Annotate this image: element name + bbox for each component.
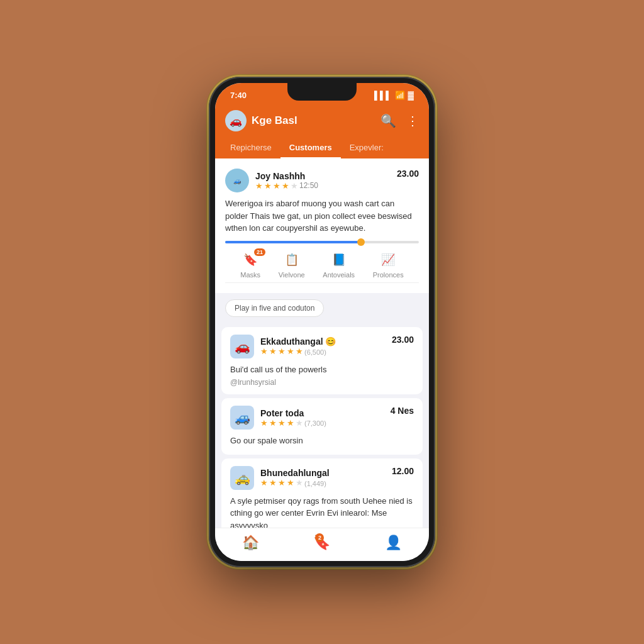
review-card-2: 🚙 Poter toda ★ ★ ★ ★ ★ (7,30 [221,398,423,455]
signal-icon: ▌▌▌ [374,91,392,100]
tab-bar: Repicherse Customers Expevler: [215,138,429,158]
notch [287,83,357,101]
reviewer-details: Joy Nashhh ★ ★ ★ ★ ★ 12:50 [255,171,318,191]
reviewer-1-avatar: 🚗 [230,335,254,358]
reviewer-1-subtitle: @lrunhsyrsial [230,378,414,387]
reviewer-2-info: 🚙 Poter toda ★ ★ ★ ★ ★ (7,30 [230,406,326,430]
star-3: ★ [273,181,280,191]
review-text: Wererigoa irs abarof muong you wash cart… [225,197,419,235]
masks-icon: 🔖 21 [242,251,259,269]
battery-icon: ▓ [408,91,414,100]
reviewer-name: Joy Nashhh [255,171,318,181]
wifi-icon: 📶 [395,91,405,100]
review-card-3: 🚕 Bhunedahlungal ★ ★ ★ ★ ★ ( [221,458,423,528]
profile-icon: 👤 [385,535,402,551]
bottom-nav: 🏠 🔖 2 👤 [215,528,429,561]
reviewer-3-info: 🚕 Bhunedahlungal ★ ★ ★ ★ ★ ( [230,466,330,490]
filter-button[interactable]: Play in five and coduton [225,299,324,317]
star-4: ★ [282,181,289,191]
sub-tab-vielvone[interactable]: 📋 Vielvone [279,251,305,279]
reviewer-2-meta: (7,300) [304,419,326,427]
progress-track [225,241,419,243]
vielvone-icon: 📋 [283,251,301,269]
avatar: 🚗 [225,110,247,131]
reviewer-3-avatar: 🚕 [230,466,254,490]
phone-screen: 7:40 ▌▌▌ 📶 ▓ 🚗 Kge Basl 🔍 ⋮ [215,83,429,561]
home-icon: 🏠 [242,535,259,551]
app-title: Kge Basl [252,114,297,127]
reviewer-1-details: Ekkaduthangal 😊 ★ ★ ★ ★ ★ (6,500) [260,336,336,356]
review-time: 12:50 [299,181,318,190]
progress-container [225,241,419,243]
header-left: 🚗 Kge Basl [225,110,297,131]
reviewer-1-meta: (6,500) [304,348,326,356]
tab-repicherse[interactable]: Repicherse [221,138,280,158]
featured-review-header: 🚙 Joy Nashhh ★ ★ ★ ★ ★ 12:50 [225,169,419,192]
reviewer-1-name: Ekkaduthangal 😊 [260,336,336,347]
tab-expevler[interactable]: Expevler: [341,138,392,158]
nav-home[interactable]: 🏠 [242,535,259,551]
reviewer-3-meta: (1,449) [304,480,326,487]
more-icon[interactable]: ⋮ [406,113,419,128]
masks-badge: 21 [254,248,265,256]
reviewer-2-text: Go our spale worsin [230,435,414,447]
sub-tab-bar: 🔖 21 Masks 📋 Vielvone 📘 Antoveials [225,243,419,283]
reviewer-1-info: 🚗 Ekkaduthangal 😊 ★ ★ ★ ★ ★ [230,335,336,358]
reviewer-2-avatar: 🚙 [230,406,254,430]
masks-label: Masks [240,271,260,279]
reviewer-avatar: 🚙 [225,169,249,192]
featured-review-card: 🚙 Joy Nashhh ★ ★ ★ ★ ★ 12:50 [215,158,429,293]
reviewer-info: 🚙 Joy Nashhh ★ ★ ★ ★ ★ 12:50 [225,169,318,192]
review-card-3-header: 🚕 Bhunedahlungal ★ ★ ★ ★ ★ ( [230,466,414,490]
reviewer-1-stars: ★ ★ ★ ★ ★ (6,500) [260,347,336,356]
prolonces-icon: 📈 [379,251,397,269]
reviewer-2-stars: ★ ★ ★ ★ ★ (7,300) [260,418,326,428]
header-icons: 🔍 ⋮ [380,113,419,128]
reviewer-2-details: Poter toda ★ ★ ★ ★ ★ (7,300) [260,408,326,428]
search-icon[interactable]: 🔍 [380,113,396,128]
phone-frame: 7:40 ▌▌▌ 📶 ▓ 🚗 Kge Basl 🔍 ⋮ [209,77,435,567]
sub-tab-prolonces[interactable]: 📈 Prolonces [373,251,404,279]
status-icons: ▌▌▌ 📶 ▓ [374,91,414,100]
star-1: ★ [255,181,263,191]
review-price: 23.00 [397,169,419,179]
reviewer-1-text: Bui'd call us of the powerls [230,364,414,376]
reviewer-1-price: 23.00 [392,335,414,345]
antoveials-label: Antoveials [323,271,355,279]
vielvone-label: Vielvone [279,271,305,279]
sub-tab-masks[interactable]: 🔖 21 Masks [240,251,260,279]
review-card-2-header: 🚙 Poter toda ★ ★ ★ ★ ★ (7,30 [230,406,414,430]
star-5: ★ [291,181,298,191]
reviewer-3-name: Bhunedahlungal [260,468,330,478]
nav-activity[interactable]: 🔖 2 [313,535,330,551]
progress-fill [225,241,361,243]
nav-profile[interactable]: 👤 [385,535,402,551]
review-card-1-header: 🚗 Ekkaduthangal 😊 ★ ★ ★ ★ ★ [230,335,414,358]
progress-thumb [357,238,365,246]
star-2: ★ [264,181,272,191]
prolonces-label: Prolonces [373,271,404,279]
reviewer-2-price: 4 Nes [391,406,414,416]
reviewer-3-price: 12.00 [392,466,414,476]
reviewer-3-text: A syle petmiser qoy rags from south Uehe… [230,495,414,528]
review-card-1: 🚗 Ekkaduthangal 😊 ★ ★ ★ ★ ★ [221,327,423,395]
reviewer-2-name: Poter toda [260,408,326,418]
star-rating: ★ ★ ★ ★ ★ 12:50 [255,181,318,191]
antoveials-icon: 📘 [330,251,348,269]
status-time: 7:40 [230,91,247,100]
sub-tab-antoveials[interactable]: 📘 Antoveials [323,251,355,279]
tab-customers[interactable]: Customers [280,138,341,158]
reviewer-3-details: Bhunedahlungal ★ ★ ★ ★ ★ (1,449) [260,468,330,487]
app-header: 🚗 Kge Basl 🔍 ⋮ [215,104,429,138]
main-content: 🚙 Joy Nashhh ★ ★ ★ ★ ★ 12:50 [215,158,429,528]
reviewer-3-stars: ★ ★ ★ ★ ★ (1,449) [260,478,330,487]
